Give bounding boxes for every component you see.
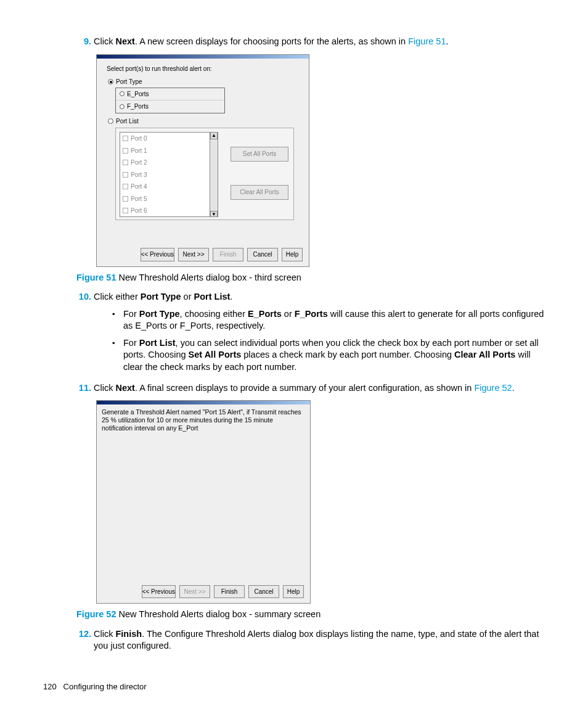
text: . — [512, 383, 515, 393]
threshold-dialog-summary-screen: Generate a Threshold Alert named "Port 1… — [96, 400, 311, 604]
radio-port-type[interactable]: Port Type — [108, 78, 299, 86]
figure-label: Figure 51 — [76, 273, 116, 282]
port-label: Port 3 — [131, 171, 147, 179]
option-f-ports[interactable]: F_Ports — [116, 101, 224, 113]
step-12: 12. Click Finish. The Configure Threshol… — [76, 628, 545, 652]
next-button[interactable]: Next >> — [179, 585, 210, 599]
bullet-port-type: For Port Type, choosing either E_Ports o… — [112, 308, 545, 332]
page-footer: 120 Configuring the director — [43, 681, 147, 692]
figure-52-caption: Figure 52 New Threshold Alerts dialog bo… — [76, 609, 545, 621]
port-list-box: Port 0 Port 1 Port 2 Port 3 Port 4 Port … — [120, 132, 218, 217]
port-label: Port 2 — [131, 158, 147, 167]
text: . A new screen displays for choosing por… — [135, 36, 408, 46]
port-label: Port 0 — [131, 134, 147, 143]
set-all-ports-button[interactable]: Set All Ports — [231, 147, 288, 162]
text: places a check mark by each port number.… — [241, 350, 454, 359]
text: . The Configure Threshold Alerts dialog … — [94, 629, 539, 651]
step-number: 11. — [76, 382, 94, 395]
figure-51-container: Select port(s) to run threshold alert on… — [84, 54, 545, 267]
text: . — [446, 36, 448, 46]
bold-port-type: Port Type — [141, 292, 181, 302]
previous-button[interactable]: << Previous — [141, 248, 174, 261]
bold: Port List — [139, 338, 176, 348]
step-body: Click either Port Type or Port List. For… — [94, 291, 545, 378]
bold: Set All Ports — [189, 350, 242, 359]
port-label: Port 1 — [131, 147, 147, 155]
step-body: Click Next. A new screen displays for ch… — [94, 36, 545, 48]
port-label: Port 5 — [131, 195, 147, 203]
bold-finish: Finish — [115, 629, 142, 639]
bold-next: Next — [115, 36, 134, 46]
finish-button[interactable]: Finish — [214, 585, 245, 599]
sub-bullets: For Port Type, choosing either E_Ports o… — [112, 308, 545, 374]
port-type-options: E_Ports F_Ports — [115, 88, 225, 113]
bold: E_Ports — [248, 309, 282, 319]
cancel-button[interactable]: Cancel — [248, 585, 279, 599]
step-number: 9. — [76, 36, 94, 48]
text: . A final screen displays to provide a s… — [135, 383, 474, 393]
port-list-area: Port 0 Port 1 Port 2 Port 3 Port 4 Port … — [115, 128, 294, 220]
cancel-button[interactable]: Cancel — [247, 248, 278, 261]
clear-all-ports-button[interactable]: Clear All Ports — [231, 185, 288, 200]
text: Click — [94, 36, 115, 46]
radio-label: Port Type — [116, 78, 142, 86]
bold-next: Next — [115, 383, 134, 393]
finish-button[interactable]: Finish — [213, 248, 243, 261]
link-figure-52[interactable]: Figure 52 — [474, 383, 512, 393]
checkbox-icon — [123, 184, 128, 189]
dialog-instruction: Select port(s) to run threshold alert on… — [107, 65, 299, 73]
summary-text: Generate a Threshold Alert named "Port 1… — [97, 404, 310, 436]
button-label: Clear All Ports — [240, 188, 279, 197]
port-row[interactable]: Port 5 — [120, 193, 218, 205]
text: For — [123, 309, 139, 319]
step-11: 11. Click Next. A final screen displays … — [76, 382, 545, 395]
option-label: F_Ports — [127, 102, 149, 111]
checkbox-icon — [123, 172, 128, 178]
step-10: 10. Click either Port Type or Port List.… — [76, 291, 545, 378]
text: Click either — [94, 292, 141, 302]
bold: Clear All Ports — [454, 350, 515, 359]
radio-icon — [108, 118, 113, 124]
option-label: E_Ports — [127, 90, 149, 99]
scrollbar[interactable]: ▲ ▼ — [210, 132, 218, 217]
scroll-up-icon[interactable]: ▲ — [210, 132, 218, 139]
checkbox-icon — [123, 196, 128, 202]
dialog-button-row: << Previous Next >> Finish Cancel Help — [141, 248, 303, 261]
button-label: Set All Ports — [243, 150, 276, 158]
port-label: Port 6 — [131, 207, 147, 215]
help-button[interactable]: Help — [283, 585, 304, 599]
next-button[interactable]: Next >> — [178, 248, 209, 261]
port-row[interactable]: Port 6 — [120, 205, 218, 217]
figure-51-caption: Figure 51 New Threshold Alerts dialog bo… — [76, 272, 545, 284]
text: Click — [94, 629, 115, 639]
link-figure-51[interactable]: Figure 51 — [408, 36, 446, 46]
radio-label: Port List — [116, 117, 139, 126]
help-button[interactable]: Help — [282, 248, 303, 261]
bold-port-list: Port List — [194, 292, 231, 302]
text: or — [282, 309, 295, 319]
port-row[interactable]: Port 1 — [120, 145, 218, 157]
radio-icon — [120, 91, 125, 96]
radio-port-list[interactable]: Port List — [108, 117, 299, 126]
figure-52-container: Generate a Threshold Alert named "Port 1… — [84, 400, 545, 604]
checkbox-icon — [123, 160, 128, 165]
port-row[interactable]: Port 0 — [120, 133, 218, 145]
radio-icon — [120, 104, 125, 109]
text: For — [123, 338, 139, 348]
checkbox-icon — [123, 208, 128, 213]
checkbox-icon — [123, 136, 128, 141]
bold: Port Type — [139, 309, 180, 319]
port-label: Port 4 — [131, 183, 147, 191]
scroll-down-icon[interactable]: ▼ — [210, 211, 218, 217]
option-e-ports[interactable]: E_Ports — [116, 88, 224, 101]
figure-text: New Threshold Alerts dialog box - summar… — [116, 609, 321, 619]
port-row[interactable]: Port 4 — [120, 181, 218, 193]
bold: F_Ports — [295, 309, 328, 319]
port-row[interactable]: Port 3 — [120, 169, 218, 181]
figure-label: Figure 52 — [76, 609, 116, 619]
checkbox-icon — [123, 148, 128, 154]
dialog-button-row: << Previous Next >> Finish Cancel Help — [142, 585, 304, 599]
page-number: 120 — [43, 682, 57, 691]
previous-button[interactable]: << Previous — [142, 585, 176, 599]
port-row[interactable]: Port 2 — [120, 157, 218, 169]
